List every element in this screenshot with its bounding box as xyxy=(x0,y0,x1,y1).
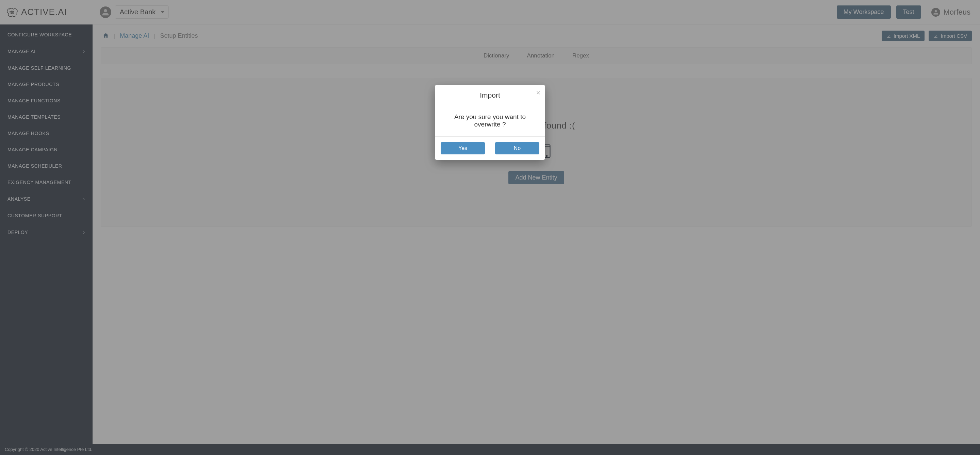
modal-footer: Yes No xyxy=(435,137,545,160)
close-icon[interactable]: × xyxy=(536,89,540,97)
modal-title: Import xyxy=(480,91,500,99)
modal-yes-button[interactable]: Yes xyxy=(441,142,485,154)
modal-body: Are you sure you want to overwrite ? xyxy=(435,105,545,137)
modal-header: Import × xyxy=(435,85,545,105)
modal-overlay[interactable]: Import × Are you sure you want to overwr… xyxy=(0,0,980,455)
import-modal: Import × Are you sure you want to overwr… xyxy=(435,85,545,160)
modal-no-button[interactable]: No xyxy=(495,142,539,154)
